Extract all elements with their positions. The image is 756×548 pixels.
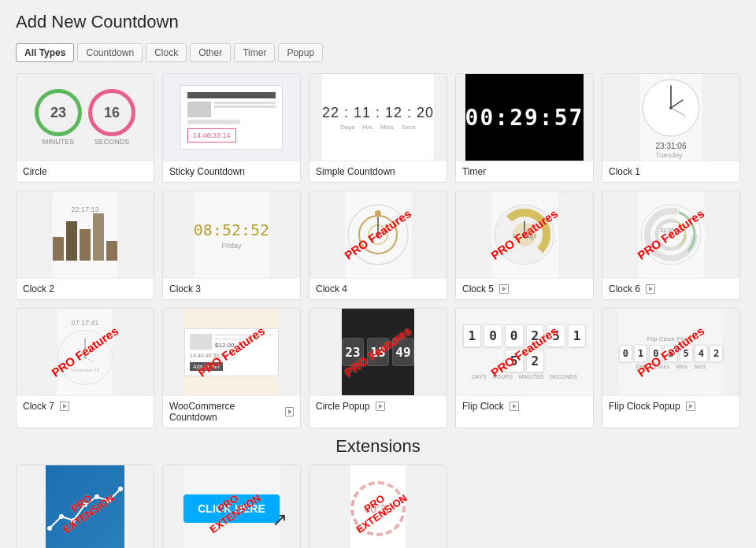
woo-add-btn: Add to cart <box>190 362 223 371</box>
clock4-display <box>345 191 412 278</box>
simple-display: 22 : 11 : 12 : 20 Days Hrs Mins Secs <box>322 74 434 161</box>
circle-timer-time: 00:30 <box>364 502 391 515</box>
clock6-video-icon <box>646 284 655 294</box>
card-flipclock-popup[interactable]: Flip Clock Popup 0 1 0 3 5 4 2 Days <box>602 308 740 428</box>
flipclock-content: 1 0 0 2 5 1 5 2 DAYS HOURS MINUTES <box>456 324 593 380</box>
simple-labels-row: Days Hrs Mins Secs <box>340 124 415 131</box>
filter-all-types[interactable]: All Types <box>16 43 74 62</box>
card-simple-label: Simple Countdown <box>309 161 447 182</box>
woo-row: $12.00 <box>190 334 273 350</box>
bar-5 <box>106 241 117 261</box>
filter-timer[interactable]: Timer <box>234 43 275 62</box>
flipclockpopup-segs: 0 1 0 3 5 4 2 <box>619 345 724 362</box>
woo-display: $12.00 14:44:46:33:14 Add to cart <box>184 309 279 395</box>
filter-other[interactable]: Other <box>190 43 231 62</box>
card-clock5[interactable]: 17:37:41 PRO Features Clock 5 <box>455 191 594 300</box>
card-flipclock[interactable]: 1 0 0 2 5 1 5 2 DAYS HOURS MINUTES <box>455 308 594 428</box>
flip-large-8: 2 <box>526 350 545 372</box>
circle-seconds-ring: 16 <box>88 89 135 136</box>
card-clock6[interactable]: 22:26:26 PRO Features Clock 6 <box>602 191 740 300</box>
fpopup-seg-1: 0 <box>619 345 632 362</box>
card-clock3-thumb: 08:52:52 Friday <box>163 191 300 278</box>
filter-clock[interactable]: Clock <box>146 43 187 62</box>
flip-large-3: 0 <box>505 324 524 347</box>
card-countdown-button[interactable]: CLICK HERE ↗ PRO EXTENSION Countdown But… <box>162 465 301 548</box>
circle-seconds-item: 16 SECONDS <box>88 89 135 146</box>
card-simple-countdown[interactable]: 22 : 11 : 12 : 20 Days Hrs Mins Secs Sim… <box>309 73 447 183</box>
filter-bar: All Types Countdown Clock Other Timer Po… <box>16 43 740 62</box>
card-clock7[interactable]: 07:17:41 December 18 PRO Features Clock <box>16 308 154 428</box>
svg-text:22:26:26: 22:26:26 <box>660 228 681 233</box>
svg-point-34 <box>83 502 87 507</box>
simple-label-days: Days <box>340 124 354 131</box>
circle-timer-ring: 00:30 <box>350 481 406 536</box>
svg-text:17:37:41: 17:37:41 <box>512 232 537 239</box>
click-here-btn: CLICK HERE <box>183 494 280 523</box>
card-timer-text: Timer <box>462 166 486 177</box>
card-sticky-thumb: 14:46:33:14 <box>163 74 300 161</box>
card-circle-popup[interactable]: 23 13 49 PRO Features Circle Popup <box>309 308 447 428</box>
sticky-bar <box>187 120 240 124</box>
cursor-icon: ↗ <box>272 509 287 531</box>
fpopup-label-mins: Mins <box>676 364 687 369</box>
flip-large-2: 0 <box>484 324 502 347</box>
card-circle[interactable]: 23 MINUTES 16 SECONDS Circle <box>16 73 154 183</box>
card-timer[interactable]: 00:29:57 Timer <box>455 73 594 183</box>
card-clock3[interactable]: 08:52:52 Friday Clock 3 <box>162 191 301 300</box>
card-circle-timer[interactable]: 00:30 PRO EXTENSION Circle Timer <box>309 465 447 548</box>
svg-point-4 <box>669 106 673 109</box>
card-clock1-thumb: 23:31:06 Tuesday <box>602 74 739 161</box>
card-analytics[interactable]: PRO EXTENSION Analytics <box>16 465 154 548</box>
card-clock3-text: Clock 3 <box>169 283 201 294</box>
extensions-title: Extensions <box>16 436 740 457</box>
card-clock4[interactable]: PRO Features Clock 4 <box>309 191 447 300</box>
card-clock1[interactable]: 23:31:06 Tuesday Clock 1 <box>602 73 740 183</box>
flip-large-labels-row: DAYS HOURS MINUTES SECONDS <box>472 374 577 380</box>
card-clock7-thumb: 07:17:41 December 18 PRO Features <box>17 309 154 395</box>
card-flipclockpopup-thumb: Flip Clock Popup 0 1 0 3 5 4 2 Days <box>602 309 739 395</box>
bar-2 <box>66 221 77 261</box>
card-woo[interactable]: $12.00 14:44:46:33:14 Add to cart PRO Fe… <box>162 308 301 428</box>
sticky-product-img <box>187 102 211 117</box>
circle-minutes-ring: 23 <box>35 89 82 136</box>
flip-label-mins: MINUTES <box>519 374 544 380</box>
extensions-grid: PRO EXTENSION Analytics CLICK HERE ↗ PRO… <box>16 465 740 548</box>
fpopup-label-hours: Hours <box>654 364 669 369</box>
page-title: Add New Countdown <box>16 12 740 32</box>
fpopup-seg-6: 4 <box>695 345 708 362</box>
bar-3 <box>80 229 91 261</box>
fpopup-seg-2: 1 <box>634 345 647 362</box>
card-sticky-text: Sticky Countdown <box>169 166 245 177</box>
sticky-inner: 14:46:33:14 <box>180 85 283 150</box>
flip-large-6: 1 <box>568 324 587 347</box>
card-clock6-thumb: 22:26:26 PRO Features <box>602 191 739 278</box>
circle-minutes-item: 23 MINUTES <box>35 89 82 146</box>
svg-point-36 <box>106 498 111 503</box>
card-clock6-label: Clock 6 <box>602 278 739 299</box>
clock3-day: Friday <box>221 242 241 250</box>
card-grid: 23 MINUTES 16 SECONDS Circle <box>16 73 740 428</box>
filter-popup[interactable]: Popup <box>278 43 323 62</box>
clock3-display: 08:52:52 Friday <box>194 191 269 278</box>
card-clock3-label: Clock 3 <box>163 278 300 299</box>
filter-countdown[interactable]: Countdown <box>77 43 143 62</box>
card-clock4-thumb: PRO Features <box>309 191 447 278</box>
card-circle-label: Circle <box>17 161 154 182</box>
svg-point-24 <box>669 233 673 236</box>
flip-large-5: 5 <box>547 324 565 347</box>
analytics-display <box>46 465 124 548</box>
svg-point-37 <box>118 487 123 491</box>
card-flipclock-thumb: 1 0 0 2 5 1 5 2 DAYS HOURS MINUTES <box>456 309 593 395</box>
woo-price: $12.00 <box>215 342 273 349</box>
flip-label-days: DAYS <box>472 374 487 380</box>
clock1-time-text: 23:31:06 <box>656 142 687 150</box>
clock7-svg: December 18 <box>58 331 112 384</box>
card-clock2[interactable]: 22:17:13 Clock 2 <box>16 191 154 300</box>
svg-point-31 <box>47 526 52 531</box>
clock5-display: 17:37:41 <box>491 191 558 278</box>
flip-large-7: 5 <box>505 350 524 372</box>
card-circle-text: Circle <box>23 166 47 177</box>
card-sticky-label: Sticky Countdown <box>163 161 300 182</box>
card-sticky-countdown[interactable]: 14:46:33:14 Sticky Countdown <box>162 73 301 183</box>
clock3-digits: 08:52:52 <box>194 220 269 239</box>
